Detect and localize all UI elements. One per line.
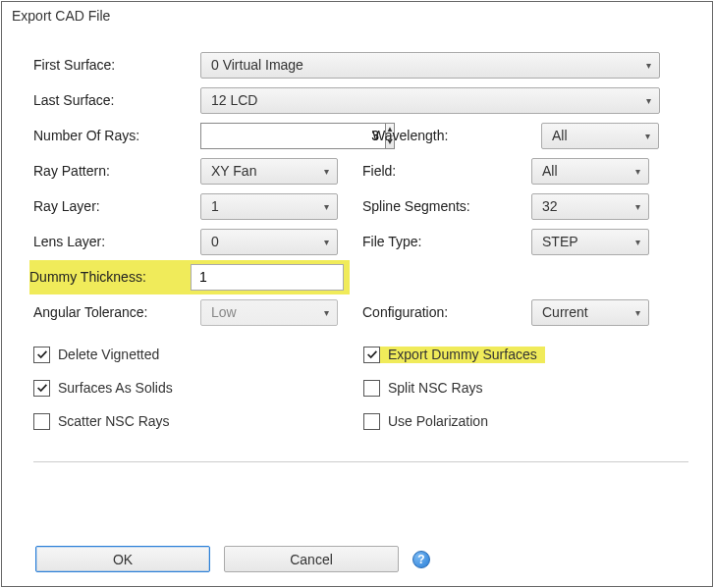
delete-vignetted-checkbox[interactable] [33, 347, 50, 363]
scatter-nsc-label: Scatter NSC Rays [58, 413, 170, 429]
field-value: All [542, 163, 558, 179]
ray-pattern-value: XY Fan [211, 163, 256, 179]
ray-layer-label: Ray Layer: [33, 198, 200, 214]
scatter-nsc-checkbox[interactable] [33, 413, 50, 430]
field-select[interactable]: All ▾ [531, 158, 649, 185]
split-nsc-checkbox[interactable] [363, 380, 380, 397]
lens-layer-select[interactable]: 0 ▾ [200, 229, 338, 255]
ray-pattern-label: Ray Pattern: [33, 163, 200, 179]
dialog-title: Export CAD File [2, 2, 712, 29]
ray-pattern-select[interactable]: XY Fan ▾ [200, 158, 338, 185]
angular-tolerance-select: Low ▾ [200, 299, 338, 326]
spline-segments-label: Spline Segments: [362, 198, 531, 214]
chevron-down-icon: ▾ [324, 237, 329, 247]
lens-layer-value: 0 [211, 234, 219, 249]
dummy-thickness-label: Dummy Thickness: [29, 269, 191, 285]
export-dummy-checkbox[interactable] [363, 347, 380, 363]
chevron-down-icon: ▾ [645, 131, 650, 141]
wavelength-label: Wavelength: [372, 128, 541, 143]
configuration-value: Current [542, 304, 588, 320]
ray-layer-select[interactable]: 1 ▾ [200, 193, 338, 220]
use-polarization-label: Use Polarization [388, 413, 488, 429]
field-label: Field: [362, 163, 531, 179]
wavelength-value: All [552, 128, 568, 143]
last-surface-select[interactable]: 12 LCD ▾ [200, 87, 660, 114]
last-surface-label: Last Surface: [33, 92, 200, 108]
chevron-down-icon: ▾ [635, 237, 640, 247]
angular-tolerance-label: Angular Tolerance: [33, 304, 200, 320]
ok-button[interactable]: OK [35, 546, 210, 572]
file-type-value: STEP [542, 234, 578, 249]
use-polarization-checkbox[interactable] [363, 413, 380, 430]
first-surface-label: First Surface: [33, 57, 200, 73]
surfaces-solids-label: Surfaces As Solids [58, 380, 173, 396]
export-cad-dialog: Export CAD File First Surface: 0 Virtual… [1, 1, 713, 587]
file-type-select[interactable]: STEP ▾ [531, 229, 649, 255]
dialog-content: First Surface: 0 Virtual Image ▾ Last Su… [2, 29, 712, 462]
chevron-down-icon: ▾ [324, 307, 329, 318]
dummy-thickness-input[interactable] [191, 264, 344, 291]
num-rays-input[interactable] [200, 123, 386, 149]
chevron-down-icon: ▾ [646, 60, 651, 71]
wavelength-select[interactable]: All ▾ [541, 123, 659, 149]
dialog-footer: OK Cancel ? [2, 532, 712, 586]
file-type-label: File Type: [362, 234, 531, 249]
chevron-down-icon: ▾ [635, 201, 640, 212]
spline-segments-value: 32 [542, 198, 558, 214]
num-rays-stepper[interactable]: ▲ ▼ [200, 123, 348, 149]
spline-segments-select[interactable]: 32 ▾ [531, 193, 649, 220]
first-surface-select[interactable]: 0 Virtual Image ▾ [200, 52, 660, 79]
chevron-down-icon: ▾ [635, 166, 640, 177]
configuration-label: Configuration: [362, 304, 531, 320]
first-surface-value: 0 Virtual Image [211, 57, 303, 73]
delete-vignetted-label: Delete Vignetted [58, 347, 159, 362]
lens-layer-label: Lens Layer: [33, 234, 200, 249]
configuration-select[interactable]: Current ▾ [531, 299, 649, 326]
split-nsc-label: Split NSC Rays [388, 380, 482, 396]
cancel-button[interactable]: Cancel [224, 546, 399, 572]
num-rays-label: Number Of Rays: [33, 128, 200, 143]
last-surface-value: 12 LCD [211, 92, 257, 108]
divider [33, 461, 688, 462]
angular-tolerance-value: Low [211, 304, 237, 320]
chevron-down-icon: ▾ [324, 166, 329, 177]
ray-layer-value: 1 [211, 198, 219, 214]
help-icon[interactable]: ? [412, 551, 430, 568]
chevron-down-icon: ▾ [646, 95, 651, 106]
surfaces-solids-checkbox[interactable] [33, 380, 50, 397]
chevron-down-icon: ▾ [635, 307, 640, 318]
chevron-down-icon: ▾ [324, 201, 329, 212]
export-dummy-label: Export Dummy Surfaces [388, 347, 537, 362]
